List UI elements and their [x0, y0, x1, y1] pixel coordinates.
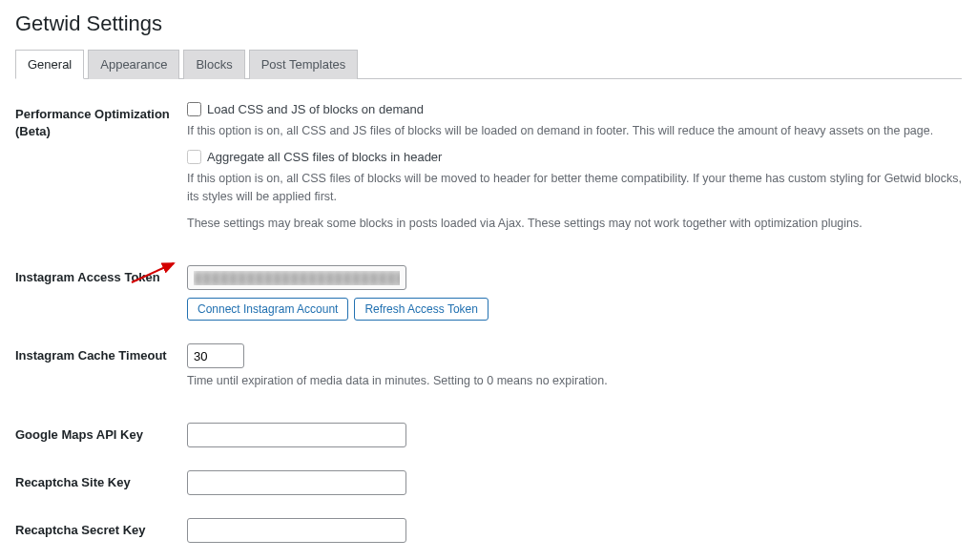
- instagram-timeout-desc: Time until expiration of media data in m…: [187, 372, 962, 390]
- load-on-demand-label: Load CSS and JS of blocks on demand: [207, 102, 424, 116]
- performance-label: Performance Optimization (Beta): [15, 96, 187, 259]
- connect-instagram-button[interactable]: Connect Instagram Account: [187, 298, 348, 321]
- google-maps-input[interactable]: [187, 423, 406, 447]
- tab-post-templates[interactable]: Post Templates: [249, 50, 359, 79]
- page-title: Getwid Settings: [15, 11, 962, 36]
- instagram-timeout-input[interactable]: [187, 343, 244, 368]
- recaptcha-secret-label: Recaptcha Secret Key: [15, 512, 187, 560]
- tab-blocks[interactable]: Blocks: [183, 50, 244, 79]
- recaptcha-secret-input[interactable]: [187, 518, 406, 543]
- aggregate-css-desc: If this option is on, all CSS files of b…: [187, 170, 962, 206]
- tab-general[interactable]: General: [15, 50, 84, 79]
- refresh-token-button[interactable]: Refresh Access Token: [354, 298, 488, 321]
- instagram-token-input[interactable]: [187, 265, 406, 290]
- load-on-demand-desc: If this option is on, all CSS and JS fil…: [187, 122, 962, 140]
- aggregate-css-label: Aggregate all CSS files of blocks in hea…: [207, 150, 442, 164]
- aggregate-css-checkbox[interactable]: [187, 150, 201, 164]
- performance-note: These settings may break some blocks in …: [187, 215, 962, 233]
- tab-appearance[interactable]: Appearance: [88, 50, 179, 79]
- instagram-timeout-label: Instagram Cache Timeout: [15, 338, 187, 417]
- tabs-nav: General Appearance Blocks Post Templates: [15, 50, 962, 79]
- load-on-demand-checkbox[interactable]: [187, 102, 201, 116]
- instagram-token-label: Instagram Access Token: [15, 259, 187, 338]
- recaptcha-site-label: Recaptcha Site Key: [15, 465, 187, 512]
- google-maps-label: Google Maps API Key: [15, 417, 187, 465]
- recaptcha-site-input[interactable]: [187, 470, 406, 495]
